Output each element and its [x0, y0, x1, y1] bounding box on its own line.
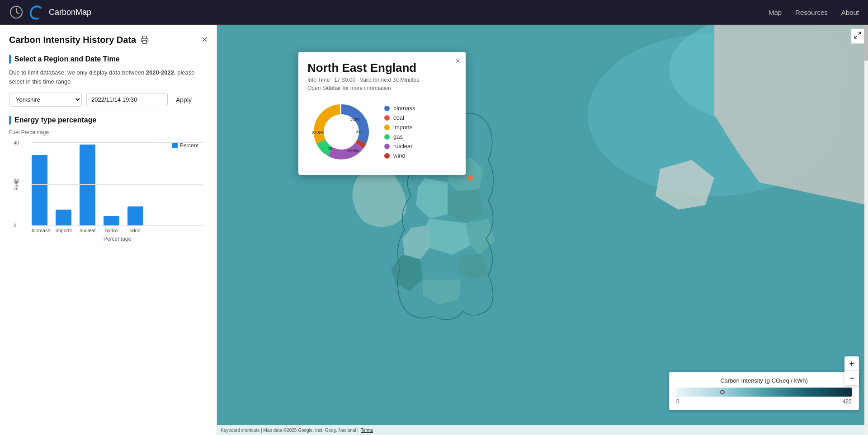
sidebar-scrollbar[interactable] — [864, 25, 868, 435]
bar-hydro — [104, 216, 119, 226]
legend-label-coal: coal — [393, 114, 404, 121]
main-nav: Map Resources About — [769, 9, 859, 16]
legend-biomass: biomass — [384, 105, 415, 112]
grid-line-top — [32, 142, 203, 143]
section-accent-2 — [9, 116, 11, 125]
legend-nuclear: nuclear — [384, 143, 415, 150]
gradient-labels: 0 422 — [676, 398, 852, 405]
x-label-imports: imports — [56, 228, 71, 233]
legend-dot-coal — [384, 115, 390, 121]
attribution-text: Keyboard shortcuts | Map data ©2025 Goog… — [221, 428, 359, 433]
bar-group-wind — [127, 206, 143, 226]
scrollbar-thumb[interactable] — [864, 25, 868, 61]
controls-row: Yorkshire North East England North West … — [9, 93, 208, 107]
nav-map[interactable]: Map — [769, 9, 782, 16]
legend-dot-biomass — [384, 106, 390, 111]
legend-label-nuclear: nuclear — [393, 143, 413, 150]
bar-chart-area: Fuel Percent 40 20 0 — [9, 142, 208, 251]
info-text: Due to limit database, we only display d… — [9, 68, 208, 86]
legend-dot-nuclear — [384, 144, 390, 149]
svg-rect-3 — [143, 36, 147, 39]
y-label-0: 0 — [14, 223, 16, 228]
legend-label-wind: wind — [393, 152, 406, 159]
logo: CarbonMap — [9, 4, 91, 20]
legend-label-imports: imports — [393, 124, 413, 131]
header: CarbonMap Map Resources About — [0, 0, 868, 25]
x-axis-title: Percentage — [32, 236, 203, 242]
svg-text:30.9%: 30.9% — [347, 149, 359, 153]
section1-title: Select a Region and Date Time — [14, 55, 120, 63]
svg-text:22.8%: 22.8% — [312, 131, 324, 135]
map-zoom-controls: + − — [844, 356, 859, 385]
svg-text:32.: 32. — [356, 130, 362, 134]
legend-wind: wind — [384, 152, 415, 159]
legend-label-gas: gas — [393, 133, 403, 140]
gradient-min: 0 — [676, 398, 679, 405]
bar-imports — [56, 210, 71, 226]
x-label-biomass: biomass — [32, 228, 47, 233]
brand-icon — [28, 4, 44, 20]
bar-group-nuclear — [80, 145, 95, 226]
fullscreen-icon — [854, 31, 862, 39]
carbon-intensity-legend: Carbon Intensity (g CO₂eq / kWh) 0 422 — [669, 372, 859, 410]
svg-point-8 — [467, 175, 473, 181]
popup-legend: biomass coal imports gas nuclear — [384, 105, 415, 159]
section2-header: Energy type percentage — [9, 116, 208, 125]
popup-chart-area: 3.2% 32. 30.9% 10 22.8% biomass coal — [307, 98, 457, 166]
x-axis-labels: biomass imports nuclear hydro wind — [32, 228, 203, 233]
clock-icon — [9, 5, 24, 19]
chart-section: Energy type percentage Fuel Percentage F… — [9, 116, 208, 251]
fullscreen-button[interactable] — [851, 28, 864, 44]
terms-link[interactable]: Terms — [361, 428, 373, 433]
gradient-container: 0 422 — [676, 388, 852, 405]
map-container[interactable]: × North East England Info Time : 17:30:0… — [217, 25, 868, 435]
bar-nuclear — [80, 145, 95, 226]
legend-coal: coal — [384, 114, 415, 121]
nav-resources[interactable]: Resources — [795, 9, 828, 16]
gradient-bar — [676, 388, 852, 397]
svg-text:10: 10 — [328, 146, 332, 151]
section-accent — [9, 55, 11, 64]
zoom-in-button[interactable]: + — [844, 356, 859, 371]
x-label-hydro: hydro — [104, 228, 119, 233]
map-attribution: Keyboard shortcuts | Map data ©2025 Goog… — [217, 425, 868, 435]
sidebar-title-area: Carbon Intensity History Data — [9, 35, 149, 45]
legend-dot-wind — [384, 153, 390, 159]
legend-label-biomass: biomass — [393, 105, 415, 112]
bar-group-biomass — [32, 155, 47, 226]
region-select[interactable]: Yorkshire North East England North West … — [9, 93, 82, 107]
brand-name: CarbonMap — [49, 8, 91, 17]
section1-header: Select a Region and Date Time — [9, 55, 208, 64]
bar-group-imports — [56, 210, 71, 226]
grid-line-mid — [32, 184, 203, 185]
gradient-marker — [720, 390, 725, 394]
apply-button[interactable]: Apply — [172, 94, 195, 106]
nav-about[interactable]: About — [841, 9, 859, 16]
svg-line-2 — [16, 12, 19, 14]
date-input[interactable] — [86, 93, 168, 106]
grid-line-bot — [32, 225, 203, 226]
print-icon[interactable] — [141, 36, 149, 44]
zoom-out-button[interactable]: − — [844, 371, 859, 385]
map-popup: × North East England Info Time : 17:30:0… — [298, 52, 466, 175]
svg-line-20 — [859, 32, 861, 34]
carbon-legend-title: Carbon Intensity (g CO₂eq / kWh) — [676, 377, 852, 384]
sidebar-header: Carbon Intensity History Data × — [9, 34, 208, 46]
popup-time: Info Time : 17:30:00 · Valid for next 30… — [307, 77, 457, 83]
popup-title: North East England — [307, 61, 457, 75]
popup-sidebar-link[interactable]: Open Sidebar for more information — [307, 85, 457, 91]
y-label-20: 20 — [14, 178, 19, 184]
svg-line-21 — [854, 36, 857, 38]
sidebar: Carbon Intensity History Data × Select a… — [0, 25, 217, 435]
x-label-nuclear: nuclear — [80, 228, 95, 233]
donut-chart: 3.2% 32. 30.9% 10 22.8% — [307, 98, 375, 166]
sidebar-title-text: Carbon Intensity History Data — [9, 35, 136, 45]
sidebar-close-button[interactable]: × — [202, 34, 208, 46]
bar-chart: 40 20 0 — [32, 142, 203, 226]
bar-biomass — [32, 155, 47, 226]
donut-svg: 3.2% 32. 30.9% 10 22.8% — [307, 98, 375, 166]
legend-dot-gas — [384, 134, 390, 140]
popup-close-button[interactable]: × — [455, 56, 460, 66]
legend-gas: gas — [384, 133, 415, 140]
bar-wind — [127, 206, 143, 226]
